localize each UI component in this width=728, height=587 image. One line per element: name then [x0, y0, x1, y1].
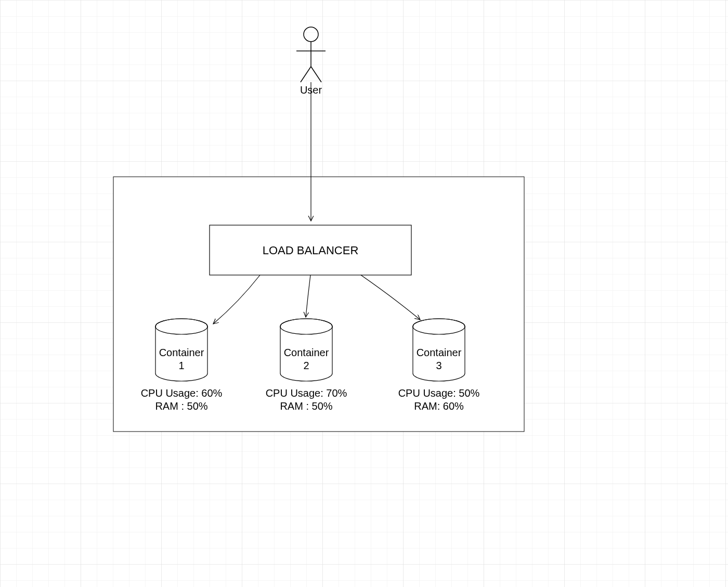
container-3-ram: RAM: 60% — [414, 400, 464, 412]
container-2-cpu: CPU Usage: 70% — [266, 387, 347, 399]
container-1-ram: RAM : 50% — [155, 400, 207, 412]
diagram-canvas: User LOAD BALANCER Container 1 CPU Usage… — [0, 0, 728, 587]
container-1-name-l2: 1 — [178, 360, 184, 371]
load-balancer-label: LOAD BALANCER — [263, 244, 359, 257]
container-3-name-l1: Container — [417, 347, 462, 358]
container-1-name-l1: Container — [159, 347, 204, 358]
container-3-cpu: CPU Usage: 50% — [398, 387, 480, 399]
container-2-ram: RAM : 50% — [280, 400, 332, 412]
load-balancer: LOAD BALANCER — [210, 225, 411, 275]
container-1-cpu: CPU Usage: 60% — [141, 387, 223, 399]
container-2-name-l2: 2 — [303, 360, 309, 371]
container-3-name-l2: 3 — [436, 360, 441, 371]
container-2-name-l1: Container — [284, 347, 329, 358]
